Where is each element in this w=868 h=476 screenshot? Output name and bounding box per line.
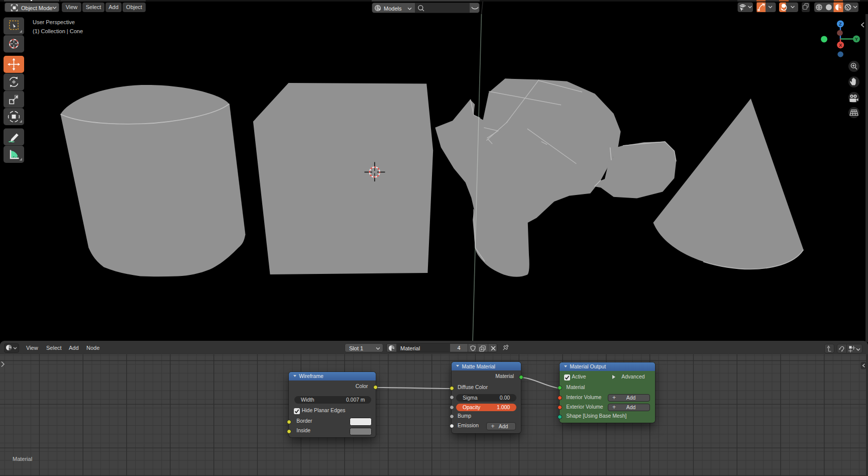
svg-text:Y: Y <box>855 37 858 42</box>
svg-text:Z: Z <box>839 22 842 27</box>
svg-text:X: X <box>839 43 842 48</box>
